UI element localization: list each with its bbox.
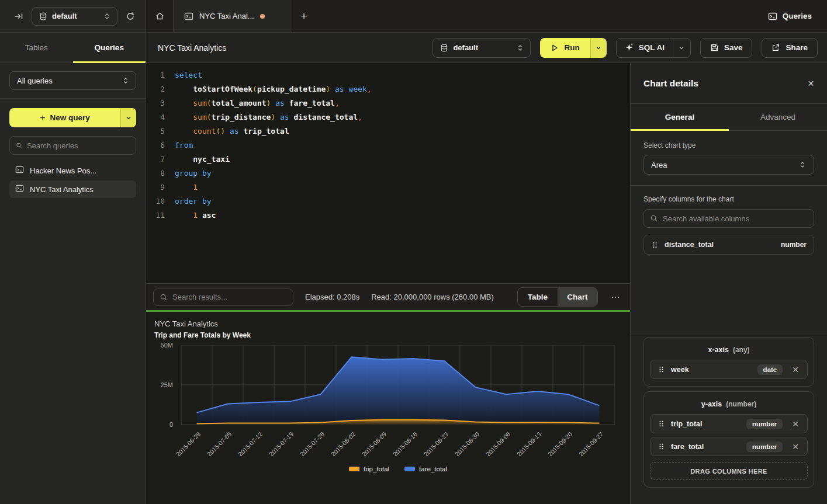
search-icon (16, 141, 22, 150)
code-line[interactable]: 10order by (146, 194, 630, 208)
tab-tables[interactable]: Tables (0, 33, 73, 62)
sql-ai-main[interactable]: SQL AI (617, 43, 673, 52)
available-column[interactable]: distance_totalnumber (643, 235, 814, 255)
code-text: sum(trip_distance) as distance_total, (165, 110, 362, 124)
columns-label: Specify columns for the chart (643, 195, 814, 203)
home-button[interactable] (146, 0, 174, 32)
remove-column-button[interactable]: ✕ (788, 364, 802, 376)
share-button[interactable]: Share (762, 38, 818, 58)
new-query-button[interactable]: + New query (9, 108, 136, 127)
axis-column-pill[interactable]: trip_totalnumber✕ (650, 414, 808, 433)
drag-columns-dropzone[interactable]: DRAG COLUMNS HERE (650, 462, 808, 480)
y-tick-label: 0 (169, 421, 173, 428)
line-number: 5 (146, 124, 165, 138)
close-panel-button[interactable]: × (808, 78, 814, 89)
code-line[interactable]: 6from (146, 138, 630, 152)
select-chevrons-icon (103, 12, 111, 20)
panel-title: Chart details (643, 78, 698, 89)
save-label: Save (724, 43, 743, 52)
axis-column-pill[interactable]: weekdate✕ (650, 360, 808, 379)
code-line[interactable]: 3sum(total_amount) as fare_total, (146, 96, 630, 110)
remove-column-button[interactable]: ✕ (788, 441, 802, 453)
unsaved-dot (260, 14, 265, 19)
divider (631, 185, 827, 186)
sql-ai-button[interactable]: SQL AI (616, 38, 691, 58)
columns-search-input[interactable] (663, 214, 808, 223)
x-axis-hint: (any) (733, 346, 750, 354)
code-line[interactable]: 111 asc (146, 208, 630, 223)
sql-ai-dropdown[interactable] (673, 39, 690, 57)
select-chevrons-icon (122, 77, 130, 85)
legend-item[interactable]: trip_total (349, 465, 389, 472)
code-line[interactable]: 8group by (146, 166, 630, 180)
line-number: 7 (146, 152, 165, 166)
x-tick-label: 2015-08-23 (423, 430, 449, 457)
refresh-button[interactable] (123, 9, 137, 23)
drag-handle-icon (651, 241, 659, 249)
toolbar-database-selector[interactable]: default (432, 38, 531, 58)
new-tab-button[interactable]: + (290, 0, 317, 32)
save-icon (710, 43, 719, 52)
database-selector[interactable]: default (32, 7, 117, 26)
save-button[interactable]: Save (700, 38, 753, 58)
y-tick-label: 25M (161, 381, 173, 388)
query-tab[interactable]: NYC Taxi Anal... (174, 0, 290, 32)
column-type-badge: date (757, 364, 783, 375)
queries-icon (768, 12, 777, 21)
code-line[interactable]: 7nyc_taxi (146, 152, 630, 166)
home-icon (155, 11, 165, 21)
tab-queries[interactable]: Queries (73, 33, 146, 62)
collapse-sidebar-button[interactable] (12, 9, 26, 23)
column-name: distance_total (665, 241, 714, 249)
sql-ai-label: SQL AI (639, 43, 665, 52)
available-columns: distance_totalnumber (643, 228, 814, 255)
view-table-button[interactable]: Table (518, 288, 558, 306)
column-name: fare_total (671, 443, 704, 451)
new-query-dropdown[interactable] (120, 108, 136, 127)
panel-header: Chart details × (631, 63, 827, 104)
code-text: 1 (165, 180, 198, 194)
code-line[interactable]: 2toStartOfWeek(pickup_datetime) as week, (146, 82, 630, 96)
tab-general[interactable]: General (631, 104, 729, 130)
x-axis-label: x-axis (708, 346, 728, 354)
query-search-input[interactable] (27, 141, 130, 150)
tab-advanced[interactable]: Advanced (729, 104, 827, 130)
code-line[interactable]: 91 (146, 180, 630, 194)
legend-item[interactable]: fare_total (404, 465, 447, 472)
axis-column-pill[interactable]: fare_totalnumber✕ (650, 437, 808, 456)
x-tick-label: 2015-07-26 (299, 430, 326, 457)
run-button[interactable]: Run (540, 38, 606, 58)
y-axis-label: y-axis (701, 400, 722, 408)
panel-body: Select chart type Area Specify columns f… (631, 131, 827, 504)
run-options-dropdown[interactable] (590, 38, 607, 58)
query-filter-value: All queries (17, 77, 117, 85)
run-label: Run (564, 43, 579, 52)
sidebar-query-item[interactable]: NYC Taxi Analytics (9, 180, 136, 198)
queries-panel-label: Queries (783, 12, 812, 20)
run-main[interactable]: Run (540, 38, 590, 58)
code-line[interactable]: 4sum(trip_distance) as distance_total, (146, 110, 630, 124)
sql-editor[interactable]: 1select2toStartOfWeek(pickup_datetime) a… (146, 63, 630, 283)
query-icon (15, 165, 24, 176)
chart-type-select[interactable]: Area (643, 155, 814, 175)
search-icon (160, 293, 168, 301)
more-options-button[interactable]: … (610, 290, 622, 305)
view-toggle: Table Chart (517, 287, 598, 307)
x-tick-label: 2015-08-30 (454, 430, 480, 457)
results-search-input[interactable] (172, 293, 287, 301)
chart-plot[interactable]: 50M25M0 (181, 345, 615, 425)
columns-search (643, 209, 814, 228)
remove-column-button[interactable]: ✕ (788, 418, 802, 430)
code-line[interactable]: 1select (146, 68, 630, 82)
drag-handle-icon (658, 420, 665, 427)
code-line[interactable]: 5count() as trip_total (146, 124, 630, 138)
query-filter-select[interactable]: All queries (9, 71, 136, 90)
view-chart-button[interactable]: Chart (558, 288, 597, 306)
x-tick-label: 2015-09-27 (577, 430, 604, 457)
divider (0, 98, 146, 99)
line-number: 4 (146, 110, 165, 124)
chevron-down-icon (595, 44, 602, 51)
queries-panel-button[interactable]: Queries (753, 0, 827, 32)
x-tick-label: 2015-07-19 (268, 430, 295, 457)
sidebar-query-item[interactable]: Hacker News Pos... (9, 162, 136, 179)
